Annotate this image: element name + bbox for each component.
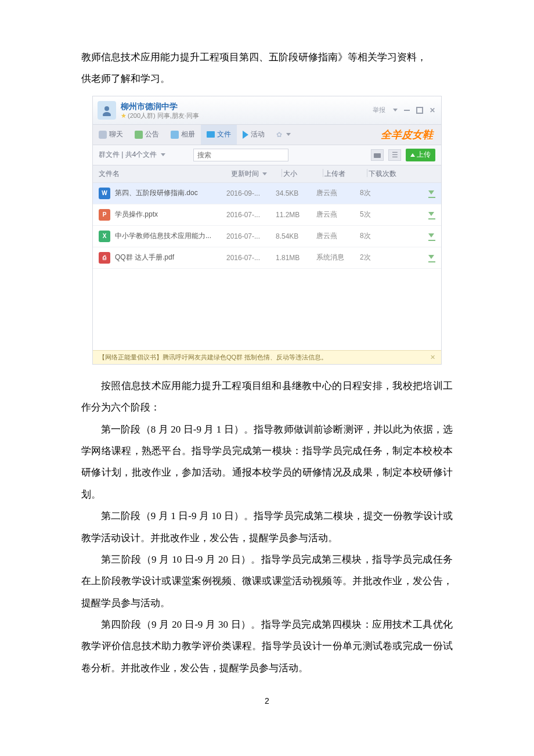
download-button[interactable] — [428, 231, 435, 241]
file-downloads: 8次 — [360, 231, 389, 241]
avatar-silhouette-icon — [101, 105, 113, 116]
group-avatar-icon[interactable] — [98, 101, 116, 120]
sort-caret-icon — [262, 172, 267, 175]
download-button[interactable] — [428, 210, 435, 219]
paragraph-1: 按照信息技术应用能力提升工程项目组和县继教中心的日程安排，我校把培训工作分为六个… — [81, 375, 453, 419]
download-icon — [428, 233, 434, 237]
file-downloads: 2次 — [360, 253, 389, 262]
file-downloads: 5次 — [360, 210, 389, 219]
file-type-icon: P — [99, 209, 110, 221]
file-list: W第四、五阶段研修指南.doc2016-09-...34.5KB唐云燕8次P学员… — [93, 183, 441, 269]
col-header-name[interactable]: 文件名 — [99, 169, 231, 179]
file-uploader: 系统消息 — [316, 253, 360, 262]
qq-group-window: 柳州市德润中学 ★(200人群) 同事,朋友·同事 举报 ✕ 聊天 公告 相册 … — [92, 96, 442, 365]
tab-bar: 聊天 公告 相册 文件 活动 ✿ 全羊皮女鞋 — [93, 125, 441, 145]
tab-chat[interactable]: 聊天 — [93, 125, 129, 145]
table-row[interactable]: X中小学教师信息技术应用能力...2016-07-...8.54KB唐云燕8次 — [93, 226, 441, 247]
file-toolbar: 群文件 | 共4个文件 ☰ 上传 — [93, 145, 441, 165]
upload-icon — [410, 153, 415, 157]
file-time: 2016-07-... — [226, 232, 276, 240]
file-time: 2016-09-... — [226, 189, 276, 197]
paragraph-3: 第二阶段（9 月 1 日-9 月 10 日）。指导学员完成第二模块，提交一份教学… — [81, 505, 453, 549]
upload-button[interactable]: 上传 — [406, 149, 435, 161]
group-header-text: 柳州市德润中学 ★(200人群) 同事,朋友·同事 — [121, 101, 199, 120]
footer-close-icon[interactable]: ✕ — [430, 354, 435, 361]
file-type-icon: X — [99, 231, 110, 242]
download-button[interactable] — [428, 188, 435, 198]
file-name: 第四、五阶段研修指南.doc — [115, 188, 198, 198]
download-icon — [428, 212, 434, 216]
paragraph-2: 第一阶段（8 月 20 日-9 月 1 日）。指导教师做训前诊断测评，并以此为依… — [81, 419, 453, 506]
col-header-time[interactable]: 更新时间 — [231, 169, 280, 179]
group-name[interactable]: 柳州市德润中学 — [121, 101, 199, 111]
file-downloads: 8次 — [360, 188, 389, 198]
file-name: QQ群 达人手册.pdf — [115, 253, 174, 262]
intro-paragraph: 教师信息技术应用能力提升工程项目第四、五阶段研修指南》等相关学习资料， 供老师了… — [81, 46, 453, 90]
minimize-button[interactable] — [403, 106, 411, 114]
footer-text[interactable]: 【网络正能量倡议书】腾讯呼吁网友共建绿色QQ群 抵制色情、反动等违法信息。 — [99, 353, 327, 362]
table-header: 文件名 更新时间 大小 上传者 下载次数 — [93, 165, 441, 183]
tab-settings[interactable]: ✿ — [270, 125, 297, 145]
file-uploader: 唐云燕 — [316, 210, 360, 219]
paragraph-4: 第三阶段（9 月 10 日-9 月 20 日）。指导学员完成第三模块，指导学员完… — [81, 549, 453, 614]
intro-line-2: 供老师了解和学习。 — [81, 73, 170, 84]
empty-area — [93, 269, 441, 350]
activity-icon — [243, 131, 248, 139]
chevron-down-icon — [161, 153, 165, 156]
notice-icon — [135, 131, 143, 139]
page-number: 2 — [81, 696, 453, 705]
tab-album[interactable]: 相册 — [165, 125, 201, 145]
new-folder-button[interactable] — [371, 149, 384, 161]
close-button[interactable]: ✕ — [428, 106, 436, 114]
download-icon — [428, 190, 434, 195]
chat-icon — [99, 131, 107, 139]
star-icon: ★ — [121, 112, 127, 119]
file-type-icon: W — [99, 188, 110, 199]
album-icon — [171, 131, 179, 139]
file-size: 34.5KB — [276, 189, 316, 197]
report-link[interactable]: 举报 — [373, 106, 385, 114]
qq-titlebar: 柳州市德润中学 ★(200人群) 同事,朋友·同事 举报 ✕ — [93, 96, 441, 125]
col-header-size[interactable]: 大小 — [283, 169, 322, 179]
file-time: 2016-07-... — [226, 211, 276, 219]
gear-icon: ✿ — [276, 131, 282, 139]
folder-plus-icon — [374, 152, 381, 158]
col-header-uploader[interactable]: 上传者 — [324, 169, 366, 179]
file-uploader: 唐云燕 — [316, 188, 360, 198]
window-controls: 举报 ✕ — [373, 106, 436, 114]
table-row[interactable]: W第四、五阶段研修指南.doc2016-09-...34.5KB唐云燕8次 — [93, 183, 441, 204]
file-uploader: 唐云燕 — [316, 231, 360, 241]
ad-banner[interactable]: 全羊皮女鞋 — [373, 128, 441, 142]
svg-point-1 — [103, 112, 111, 116]
search-input[interactable] — [193, 149, 288, 161]
grid-view-button[interactable]: ☰ — [388, 149, 401, 161]
file-name: 学员操作.pptx — [115, 210, 158, 219]
folder-icon — [207, 131, 215, 138]
col-header-downloads[interactable]: 下载次数 — [369, 169, 396, 179]
svg-rect-2 — [374, 153, 381, 158]
file-name: 中小学教师信息技术应用能力... — [115, 231, 211, 241]
tab-activity[interactable]: 活动 — [237, 125, 270, 145]
svg-point-0 — [104, 106, 109, 111]
tab-notice[interactable]: 公告 — [129, 125, 165, 145]
table-row[interactable]: ⎙QQ群 达人手册.pdf2016-07-...1.81MB系统消息2次 — [93, 247, 441, 269]
footer-bar: 【网络正能量倡议书】腾讯呼吁网友共建绿色QQ群 抵制色情、反动等违法信息。 ✕ — [93, 350, 441, 364]
paragraph-5: 第四阶段（9 月 20 日-9 月 30 日）。指导学员完成第四模块：应用技术工… — [81, 614, 453, 679]
group-subtitle: ★(200人群) 同事,朋友·同事 — [121, 111, 199, 120]
file-type-icon: ⎙ — [99, 252, 110, 264]
file-size: 8.54KB — [276, 232, 316, 240]
file-size: 11.2MB — [276, 211, 316, 219]
intro-line-1: 教师信息技术应用能力提升工程项目第四、五阶段研修指南》等相关学习资料， — [81, 52, 427, 63]
menu-button[interactable] — [390, 106, 398, 114]
search-box — [193, 149, 288, 161]
tab-file[interactable]: 文件 — [201, 125, 237, 145]
table-row[interactable]: P学员操作.pptx2016-07-...11.2MB唐云燕5次 — [93, 204, 441, 226]
download-button[interactable] — [428, 253, 435, 262]
breadcrumb[interactable]: 群文件 | 共4个文件 — [99, 150, 165, 160]
file-time: 2016-07-... — [226, 254, 276, 262]
chevron-down-icon — [286, 133, 291, 136]
download-icon — [428, 255, 434, 259]
file-size: 1.81MB — [276, 254, 316, 262]
maximize-button[interactable] — [416, 106, 424, 114]
